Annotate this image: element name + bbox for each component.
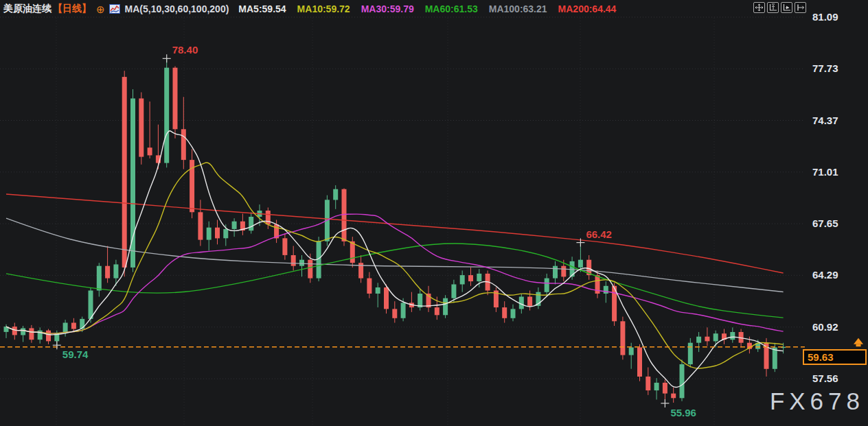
chart-app: 78.4066.4259.7455.9681.0977.7374.3771.01… xyxy=(0,0,868,426)
current-price-value: 59.63 xyxy=(808,351,834,363)
svg-text:59.74: 59.74 xyxy=(62,348,89,360)
svg-text:60.92: 60.92 xyxy=(812,321,838,333)
ma200-value: MA200:64.44 xyxy=(558,3,617,14)
svg-text:66.42: 66.42 xyxy=(586,228,612,240)
svg-text:71.01: 71.01 xyxy=(812,166,838,178)
svg-text:78.40: 78.40 xyxy=(172,44,198,56)
fx678-watermark: FX678 xyxy=(770,388,865,415)
candlestick-chart[interactable]: 78.4066.4259.7455.9681.0977.7374.3771.01… xyxy=(0,0,868,426)
svg-text:77.73: 77.73 xyxy=(812,62,838,74)
symbol-title: 美原油连续 xyxy=(3,3,52,15)
fit-scale-tool-icon[interactable] xyxy=(767,2,779,13)
auto-scroll-tool-icon[interactable] xyxy=(781,2,792,13)
move-tool-icon[interactable] xyxy=(753,2,765,13)
ma-settings-label[interactable]: MA(5,10,30,60,100,200) xyxy=(125,3,229,14)
ma30-value: MA30:59.79 xyxy=(361,3,414,14)
ma10-value: MA10:59.72 xyxy=(297,3,350,14)
add-indicator-icon[interactable]: ⊕ xyxy=(96,4,105,14)
svg-text:55.96: 55.96 xyxy=(670,407,696,418)
svg-text:67.65: 67.65 xyxy=(812,217,838,229)
chart-toolbar xyxy=(753,2,806,13)
chart-header: 美原油连续 【日线】 ⊕ MA(5,10,30,60,100,200) MA5:… xyxy=(0,0,868,18)
timeframe-label[interactable]: 【日线】 xyxy=(53,3,91,15)
svg-text:64.29: 64.29 xyxy=(812,269,838,281)
svg-text:74.37: 74.37 xyxy=(812,115,838,126)
ma100-value: MA100:63.21 xyxy=(489,3,547,14)
ma5-value: MA5:59.54 xyxy=(238,3,286,14)
ma60-value: MA60:61.53 xyxy=(425,3,478,14)
indicator-chart-icon[interactable] xyxy=(109,4,120,14)
current-price-box: 59.63 xyxy=(803,349,867,365)
svg-text:57.56: 57.56 xyxy=(812,372,838,384)
go-to-latest-tool-icon[interactable] xyxy=(795,2,806,13)
